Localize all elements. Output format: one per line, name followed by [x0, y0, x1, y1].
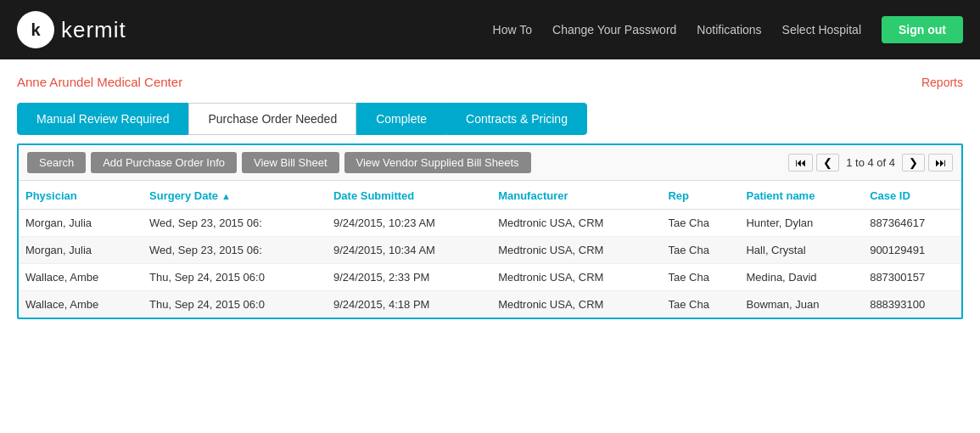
table-cell: Tae Cha — [661, 237, 739, 264]
header: k kermit How To Change Your Password Not… — [0, 0, 980, 59]
col-physician: Physician — [19, 181, 143, 210]
sort-arrow-icon: ▲ — [221, 191, 231, 201]
table-cell: 900129491 — [863, 237, 961, 264]
view-vendor-bill-sheets-button[interactable]: View Vendor Supplied Bill Sheets — [344, 152, 531, 173]
table-row[interactable]: Wallace, AmbeThu, Sep 24, 2015 06:09/24/… — [19, 291, 961, 318]
nav-how-to[interactable]: How To — [493, 23, 532, 37]
hospital-name-highlight: Medical — [97, 75, 141, 89]
table-header: Physician Surgery Date ▲ Date Submitted … — [19, 181, 961, 210]
table-cell: Hunter, Dylan — [739, 210, 863, 237]
table-cell: Morgan, Julia — [19, 210, 143, 237]
logo-area: k kermit — [17, 11, 126, 48]
table-cell: 888393100 — [863, 291, 961, 318]
data-table: Physician Surgery Date ▲ Date Submitted … — [19, 181, 961, 318]
table-cell: Medtronic USA, CRM — [491, 210, 661, 237]
logo-icon: k — [17, 11, 54, 48]
table-cell: Morgan, Julia — [19, 237, 143, 264]
col-surgery-date: Surgery Date ▲ — [143, 181, 327, 210]
table-cell: Wed, Sep 23, 2015 06: — [143, 210, 327, 237]
table-cell: Medtronic USA, CRM — [491, 264, 661, 291]
col-rep: Rep — [661, 181, 739, 210]
table-cell: Tae Cha — [661, 264, 739, 291]
col-case-id: Case ID — [863, 181, 961, 210]
col-patient-name: Patient name — [739, 181, 863, 210]
table-row[interactable]: Morgan, JuliaWed, Sep 23, 2015 06:9/24/2… — [19, 210, 961, 237]
logo-name: kermit — [61, 17, 126, 43]
toolbar: Search Add Purchase Order Info View Bill… — [19, 145, 961, 181]
search-button[interactable]: Search — [27, 152, 86, 173]
table-cell: Thu, Sep 24, 2015 06:0 — [143, 264, 327, 291]
tab-complete[interactable]: Complete — [356, 103, 446, 135]
table-cell: Medtronic USA, CRM — [491, 237, 661, 264]
add-po-info-button[interactable]: Add Purchase Order Info — [91, 152, 237, 173]
table-cell: Tae Cha — [661, 210, 739, 237]
hospital-bar: Anne Arundel Medical Center Reports — [17, 75, 963, 89]
logo-letter: k — [31, 20, 40, 40]
table-row[interactable]: Wallace, AmbeThu, Sep 24, 2015 06:09/24/… — [19, 264, 961, 291]
hospital-name-part2: Center — [141, 75, 182, 89]
hospital-name: Anne Arundel Medical Center — [17, 75, 182, 89]
table-cell: Thu, Sep 24, 2015 06:0 — [143, 291, 327, 318]
table-cell: 887364617 — [863, 210, 961, 237]
table-row[interactable]: Morgan, JuliaWed, Sep 23, 2015 06:9/24/2… — [19, 237, 961, 264]
table-cell: 9/24/2015, 2:33 PM — [327, 264, 491, 291]
table-container: Search Add Purchase Order Info View Bill… — [17, 143, 963, 319]
table-cell: Wallace, Ambe — [19, 291, 143, 318]
tab-purchase-order[interactable]: Purchase Order Needed — [188, 103, 356, 135]
table-cell: Tae Cha — [661, 291, 739, 318]
nav-change-password[interactable]: Change Your Password — [552, 23, 676, 37]
tab-manual-review[interactable]: Manual Review Required — [17, 103, 188, 135]
table-cell: 9/24/2015, 10:23 AM — [327, 210, 491, 237]
table-cell: Medtronic USA, CRM — [491, 291, 661, 318]
tab-contracts-pricing[interactable]: Contracts & Pricing — [446, 103, 587, 135]
toolbar-buttons: Search Add Purchase Order Info View Bill… — [27, 152, 531, 173]
view-bill-sheet-button[interactable]: View Bill Sheet — [242, 152, 339, 173]
table-cell: 9/24/2015, 4:18 PM — [327, 291, 491, 318]
table-cell: Hall, Crystal — [739, 237, 863, 264]
table-cell: Bowman, Juan — [739, 291, 863, 318]
tabs-bar: Manual Review Required Purchase Order Ne… — [17, 103, 963, 135]
sign-out-button[interactable]: Sign out — [882, 16, 963, 43]
table-cell: Wed, Sep 23, 2015 06: — [143, 237, 327, 264]
page-info: 1 to 4 of 4 — [846, 156, 895, 169]
table-cell: Medina, David — [739, 264, 863, 291]
table-cell: 9/24/2015, 10:34 AM — [327, 237, 491, 264]
main-content: Anne Arundel Medical Center Reports Manu… — [0, 59, 980, 328]
pagination: ⏮ ❮ 1 to 4 of 4 ❯ ⏭ — [788, 154, 953, 172]
col-manufacturer: Manufacturer — [491, 181, 661, 210]
hospital-name-part1: Anne Arundel — [17, 75, 97, 89]
last-page-button[interactable]: ⏭ — [928, 154, 953, 172]
prev-page-button[interactable]: ❮ — [816, 154, 839, 172]
table-body: Morgan, JuliaWed, Sep 23, 2015 06:9/24/2… — [19, 210, 961, 318]
first-page-button[interactable]: ⏮ — [788, 154, 813, 172]
table-cell: 887300157 — [863, 264, 961, 291]
nav-select-hospital[interactable]: Select Hospital — [782, 23, 861, 37]
main-nav: How To Change Your Password Notification… — [493, 16, 963, 43]
next-page-button[interactable]: ❯ — [902, 154, 925, 172]
col-date-submitted: Date Submitted — [327, 181, 491, 210]
reports-link[interactable]: Reports — [921, 76, 963, 89]
table-cell: Wallace, Ambe — [19, 264, 143, 291]
nav-notifications[interactable]: Notifications — [697, 23, 761, 37]
